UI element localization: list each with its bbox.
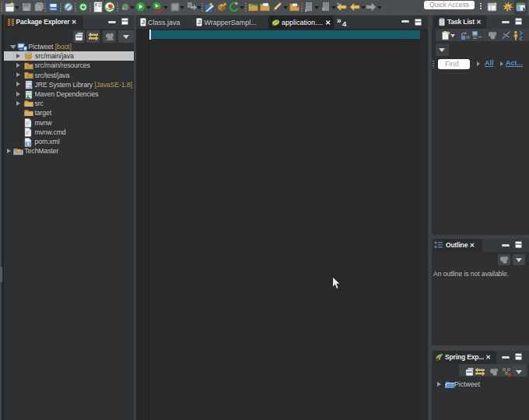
svg-text:J: J <box>142 19 145 26</box>
svg-text:M: M <box>26 142 30 145</box>
svg-text:J: J <box>198 19 201 26</box>
